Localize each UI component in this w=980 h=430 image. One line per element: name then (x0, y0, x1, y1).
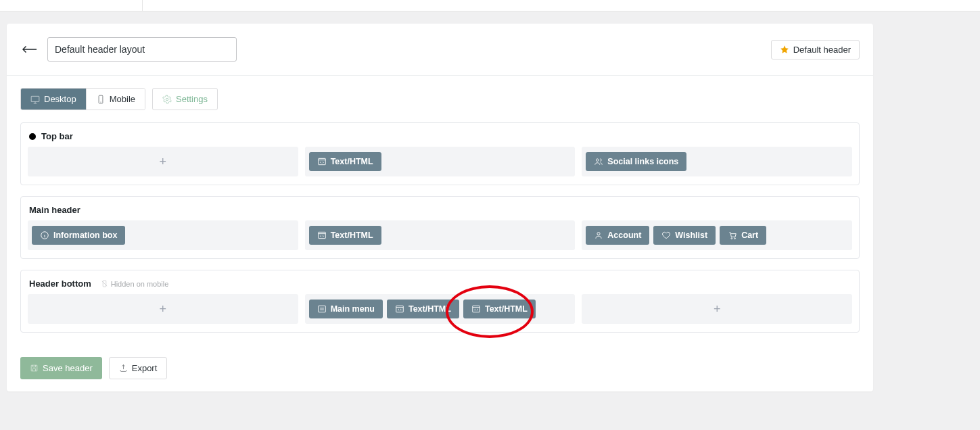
user-icon (594, 231, 603, 240)
bottom-cols: + Main menu Text/HTML Text/HTML (28, 294, 852, 324)
block-label: Wishlist (675, 231, 707, 240)
block-text-html[interactable]: Text/HTML (463, 300, 536, 318)
block-main-menu[interactable]: Main menu (309, 300, 383, 318)
block-label: Account (607, 231, 641, 240)
menu-icon (317, 304, 327, 314)
topbar-cols: + Text/HTML Social links icons (28, 147, 852, 176)
mobile-icon (96, 95, 106, 104)
section-topbar-title: Top bar (41, 131, 73, 141)
svg-point-7 (597, 233, 600, 235)
main-left-slot[interactable]: Information box (28, 220, 298, 250)
back-button[interactable] (20, 42, 39, 57)
header-builder-panel: Default header Desktop Mobile Settings (7, 24, 873, 391)
mobile-off-icon (101, 280, 108, 287)
desktop-icon (30, 95, 40, 104)
plus-icon: + (32, 299, 294, 319)
svg-point-9 (734, 238, 736, 239)
code-icon (471, 304, 481, 314)
block-label: Text/HTML (409, 304, 451, 314)
block-wishlist[interactable]: Wishlist (653, 226, 716, 245)
default-header-badge[interactable]: Default header (771, 40, 860, 59)
tab-desktop-label: Desktop (44, 94, 76, 104)
tab-settings[interactable]: Settings (152, 88, 218, 110)
export-label: Export (132, 363, 158, 373)
footer-bar: Save header Export (7, 357, 873, 391)
plus-icon: + (32, 151, 294, 172)
svg-rect-14 (31, 365, 37, 371)
gear-icon (162, 95, 172, 104)
save-icon (30, 364, 39, 373)
admin-top-strip (0, 0, 980, 11)
tab-mobile-label: Mobile (110, 94, 135, 104)
block-text-html[interactable]: Text/HTML (309, 226, 381, 245)
page-wrap: Default header Desktop Mobile Settings (0, 11, 980, 404)
code-icon (317, 231, 327, 240)
panel-header-left (20, 37, 237, 62)
panel-header: Default header (7, 24, 873, 76)
block-label: Text/HTML (485, 304, 528, 314)
info-icon (40, 231, 49, 240)
block-label: Social links icons (607, 157, 678, 166)
layout-title-input[interactable] (47, 37, 237, 62)
block-label: Cart (741, 231, 758, 240)
dot-icon (29, 133, 36, 140)
code-icon (317, 157, 327, 166)
toolbar: Desktop Mobile Settings (7, 76, 873, 116)
sections-area: Top bar + Text/HTML Social links icons (7, 116, 873, 357)
main-center-slot[interactable]: Text/HTML (305, 220, 576, 250)
heart-icon (661, 231, 671, 240)
block-account[interactable]: Account (586, 226, 649, 245)
block-social-links[interactable]: Social links icons (586, 152, 686, 171)
block-text-html[interactable]: Text/HTML (309, 152, 381, 171)
save-header-button[interactable]: Save header (20, 357, 102, 379)
code-icon (395, 304, 404, 314)
hidden-on-mobile-badge: Hidden on mobile (101, 280, 169, 288)
plus-icon: + (586, 299, 848, 319)
section-header-bottom: Header bottom Hidden on mobile + Main me… (20, 270, 860, 333)
svg-rect-0 (31, 96, 39, 101)
block-label: Text/HTML (331, 157, 373, 166)
users-icon (594, 157, 603, 166)
arrow-left-icon (22, 44, 37, 55)
bottom-right-slot[interactable]: + (582, 294, 852, 324)
section-topbar: Top bar + Text/HTML Social links icons (20, 122, 860, 185)
block-label: Main menu (331, 304, 375, 314)
topbar-center-slot[interactable]: Text/HTML (305, 147, 576, 176)
block-info-box[interactable]: Information box (32, 226, 125, 245)
svg-rect-11 (318, 306, 325, 312)
svg-rect-12 (396, 306, 404, 312)
tab-settings-label: Settings (176, 94, 208, 104)
svg-point-8 (731, 238, 732, 239)
bottom-left-slot[interactable]: + (28, 294, 298, 324)
block-label: Text/HTML (331, 231, 373, 240)
section-main-header: Main header Information box Text/HTML (20, 196, 860, 259)
export-button[interactable]: Export (109, 357, 168, 379)
bottom-center-slot[interactable]: Main menu Text/HTML Text/HTML (305, 294, 576, 324)
svg-rect-6 (318, 232, 325, 238)
main-right-slot[interactable]: Account Wishlist Cart (582, 220, 852, 250)
cart-icon (728, 231, 737, 240)
svg-rect-3 (318, 158, 325, 164)
block-label: Information box (53, 231, 117, 240)
main-cols: Information box Text/HTML Account (28, 220, 852, 250)
block-cart[interactable]: Cart (720, 226, 766, 245)
device-toggle: Desktop Mobile (20, 88, 145, 110)
topbar-left-slot[interactable]: + (28, 147, 298, 176)
svg-rect-13 (473, 306, 480, 312)
hidden-on-mobile-label: Hidden on mobile (111, 280, 169, 288)
save-label: Save header (43, 363, 93, 373)
default-header-label: Default header (793, 45, 851, 55)
topbar-right-slot[interactable]: Social links icons (582, 147, 852, 176)
section-bottom-title-row: Header bottom Hidden on mobile (28, 277, 852, 294)
svg-point-4 (597, 159, 599, 162)
section-bottom-title: Header bottom (29, 279, 91, 289)
section-main-title-row: Main header (28, 204, 852, 220)
export-icon (119, 364, 128, 373)
tab-mobile[interactable]: Mobile (86, 89, 145, 110)
section-topbar-title-row: Top bar (28, 130, 852, 147)
section-main-title: Main header (29, 205, 80, 215)
tab-desktop[interactable]: Desktop (21, 89, 86, 110)
star-icon (780, 45, 789, 54)
svg-point-2 (166, 98, 168, 101)
block-text-html[interactable]: Text/HTML (387, 300, 459, 318)
